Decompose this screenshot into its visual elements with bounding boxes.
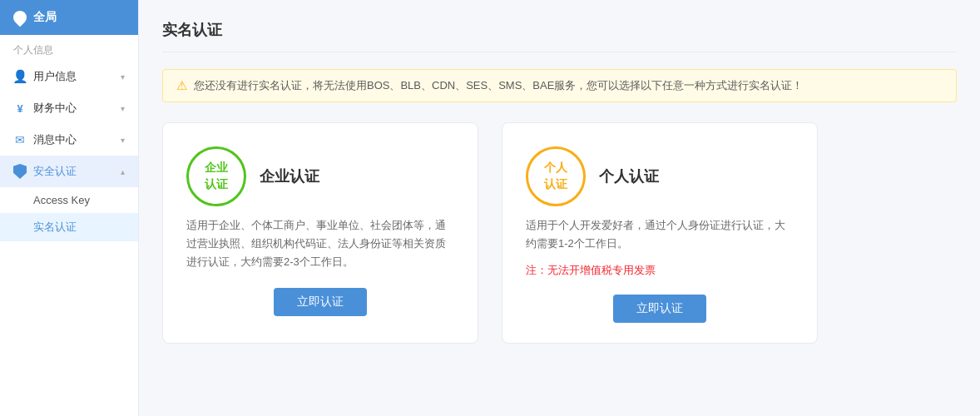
sidebar-item-finance[interactable]: ¥ 财务中心 ▾	[0, 92, 138, 124]
main-content: 实名认证 ⚠ 您还没有进行实名认证，将无法使用BOS、BLB、CDN、SES、S…	[139, 0, 980, 416]
sidebar-label-message: 消息中心	[33, 132, 77, 147]
sidebar-section-label: 个人信息	[0, 35, 138, 61]
real-name-label: 实名认证	[33, 220, 77, 233]
sidebar-item-message[interactable]: ✉ 消息中心 ▾	[0, 124, 138, 156]
warning-text: 您还没有进行实名认证，将无法使用BOS、BLB、CDN、SES、SMS、BAE服…	[194, 78, 803, 93]
sidebar-item-security[interactable]: 安全认证 ▴	[0, 156, 138, 187]
personal-card-header: 个人认证 个人认证	[526, 146, 794, 206]
chevron-up-icon: ▴	[121, 167, 125, 176]
enterprise-seal: 企业认证	[186, 146, 246, 206]
shield-icon	[13, 165, 27, 178]
page-title: 实名认证	[162, 20, 957, 52]
personal-verify-button[interactable]: 立即认证	[613, 295, 706, 323]
sidebar-sub-item-access-key[interactable]: Access Key	[0, 187, 138, 213]
sidebar-label-user-info: 用户信息	[33, 69, 77, 84]
personal-card-note: 注：无法开增值税专用发票	[526, 263, 794, 278]
sidebar-item-user-info[interactable]: 👤 用户信息 ▾	[0, 61, 138, 92]
personal-card-desc: 适用于个人开发爱好者，通过个人身份证进行认证，大约需要1-2个工作日。	[526, 216, 794, 253]
location-icon	[11, 8, 30, 27]
personal-card: 个人认证 个人认证 适用于个人开发爱好者，通过个人身份证进行认证，大约需要1-2…	[502, 122, 818, 344]
message-icon: ✉	[13, 133, 27, 146]
finance-icon: ¥	[13, 102, 27, 115]
chevron-down-icon: ▾	[121, 136, 125, 145]
enterprise-seal-text: 企业认证	[205, 160, 228, 192]
chevron-down-icon: ▾	[121, 104, 125, 113]
personal-seal-text: 个人认证	[544, 160, 567, 192]
access-key-label: Access Key	[33, 194, 90, 206]
warning-icon: ⚠	[176, 78, 187, 93]
enterprise-card-title: 企业认证	[260, 166, 319, 186]
warning-banner: ⚠ 您还没有进行实名认证，将无法使用BOS、BLB、CDN、SES、SMS、BA…	[162, 69, 957, 102]
sidebar: 全局 个人信息 👤 用户信息 ▾ ¥ 财务中心 ▾ ✉ 消息中心 ▾ 安全认证 …	[0, 0, 139, 416]
enterprise-card-desc: 适用于企业、个体工商户、事业单位、社会团体等，通过营业执照、组织机构代码证、法人…	[186, 216, 454, 271]
enterprise-card: 企业认证 企业认证 适用于企业、个体工商户、事业单位、社会团体等，通过营业执照、…	[162, 122, 478, 344]
sidebar-label-finance: 财务中心	[33, 101, 77, 116]
sidebar-label-security: 安全认证	[33, 164, 77, 179]
personal-card-title: 个人认证	[599, 166, 659, 186]
sidebar-top[interactable]: 全局	[0, 0, 138, 35]
sidebar-top-label: 全局	[33, 10, 57, 25]
chevron-down-icon: ▾	[121, 72, 125, 82]
personal-seal: 个人认证	[526, 146, 586, 206]
user-icon: 👤	[13, 70, 27, 83]
enterprise-card-header: 企业认证 企业认证	[186, 146, 454, 206]
enterprise-verify-button[interactable]: 立即认证	[274, 288, 367, 316]
cards-container: 企业认证 企业认证 适用于企业、个体工商户、事业单位、社会团体等，通过营业执照、…	[162, 122, 957, 344]
sidebar-sub-item-real-name[interactable]: 实名认证	[0, 213, 138, 241]
